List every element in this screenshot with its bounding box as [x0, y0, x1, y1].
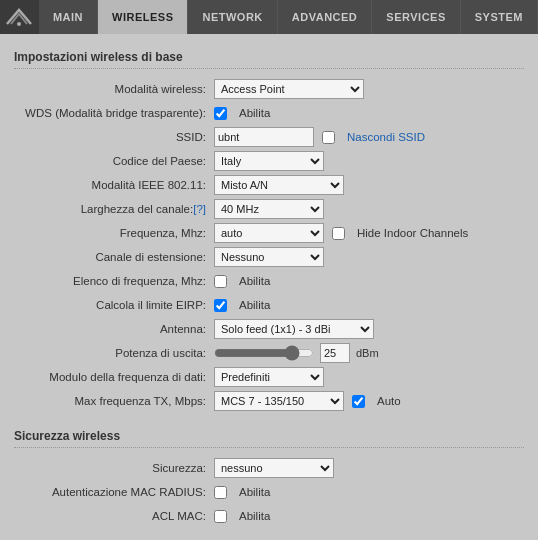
paese-field: Italy United States — [214, 149, 524, 173]
ieee-field: Misto A/N A only N only — [214, 173, 524, 197]
antenna-row: Antenna: Solo feed (1x1) - 3 dBi — [14, 317, 524, 341]
ieee-label: Modalità IEEE 802.11: — [14, 173, 214, 197]
potenza-field: dBm — [214, 341, 524, 365]
ssid-input[interactable] — [214, 127, 314, 147]
mac-radius-checkbox-group: Abilita — [214, 486, 524, 499]
sicurezza-select[interactable]: nessuno WPA WPA2 — [214, 458, 334, 478]
acl-checkbox-group: Abilita — [214, 510, 524, 523]
potenza-slider[interactable] — [214, 346, 314, 360]
canale-label: Canale di estensione: — [14, 245, 214, 269]
elenco-row: Elenco di frequenza, Mhz: Abilita — [14, 269, 524, 293]
calcola-field: Abilita — [214, 293, 524, 317]
wireless-basic-title: Impostazioni wireless di base — [14, 44, 524, 69]
calcola-checkbox[interactable] — [214, 299, 227, 312]
hide-indoor-checkbox[interactable] — [332, 227, 345, 240]
elenco-label: Elenco di frequenza, Mhz: — [14, 269, 214, 293]
potenza-label: Potenza di uscita: — [14, 341, 214, 365]
wds-checkbox-group: Abilita — [214, 107, 524, 120]
elenco-abilita-label: Abilita — [239, 275, 270, 287]
max-freq-group: MCS 7 - 135/150 Auto — [214, 391, 524, 411]
larghezza-field: 40 MHz 20 MHz — [214, 197, 524, 221]
auto-group: Auto — [352, 395, 401, 408]
nascondi-group: Nascondi SSID — [322, 131, 425, 144]
ieee-select[interactable]: Misto A/N A only N only — [214, 175, 344, 195]
antenna-field: Solo feed (1x1) - 3 dBi — [214, 317, 524, 341]
auto-checkbox[interactable] — [352, 395, 365, 408]
calcola-row: Calcola il limite EIRP: Abilita — [14, 293, 524, 317]
wireless-security-section: Sicurezza wireless Sicurezza: nessuno WP… — [14, 423, 524, 528]
modulo-label: Modulo della frequenza di dati: — [14, 365, 214, 389]
canale-select[interactable]: Nessuno — [214, 247, 324, 267]
wireless-security-table: Sicurezza: nessuno WPA WPA2 Autenticazio… — [14, 456, 524, 528]
mac-radius-row: Autenticazione MAC RADIUS: Abilita — [14, 480, 524, 504]
nascondi-checkbox[interactable] — [322, 131, 335, 144]
hide-indoor-label: Hide Indoor Channels — [357, 227, 468, 239]
ssid-label: SSID: — [14, 125, 214, 149]
modalita-select[interactable]: Access Point Station Access Point WDS — [214, 79, 364, 99]
elenco-field: Abilita — [214, 269, 524, 293]
wds-label: WDS (Modalità bridge trasparente): — [14, 101, 214, 125]
potenza-row: Potenza di uscita: dBm — [14, 341, 524, 365]
ssid-group: Nascondi SSID — [214, 127, 524, 147]
nascondi-label[interactable]: Nascondi SSID — [347, 131, 425, 143]
sicurezza-label: Sicurezza: — [14, 456, 214, 480]
mac-radius-checkbox[interactable] — [214, 486, 227, 499]
frequenza-label: Frequenza, Mhz: — [14, 221, 214, 245]
potenza-slider-group: dBm — [214, 343, 524, 363]
mac-radius-field: Abilita — [214, 480, 524, 504]
wds-checkbox[interactable] — [214, 107, 227, 120]
antenna-label: Antenna: — [14, 317, 214, 341]
frequenza-row: Frequenza, Mhz: auto Hide Indoor Channel… — [14, 221, 524, 245]
calcola-abilita-label: Abilita — [239, 299, 270, 311]
frequenza-field: auto Hide Indoor Channels — [214, 221, 524, 245]
max-freq-field: MCS 7 - 135/150 Auto — [214, 389, 524, 413]
tab-services[interactable]: SERVICES — [372, 0, 460, 34]
ieee-row: Modalità IEEE 802.11: Misto A/N A only N… — [14, 173, 524, 197]
potenza-unit: dBm — [356, 347, 379, 359]
wds-row: WDS (Modalità bridge trasparente): Abili… — [14, 101, 524, 125]
logo — [0, 0, 39, 34]
acl-checkbox[interactable] — [214, 510, 227, 523]
sicurezza-row: Sicurezza: nessuno WPA WPA2 — [14, 456, 524, 480]
larghezza-select[interactable]: 40 MHz 20 MHz — [214, 199, 324, 219]
larghezza-row: Larghezza del canale:[?] 40 MHz 20 MHz — [14, 197, 524, 221]
canale-row: Canale di estensione: Nessuno — [14, 245, 524, 269]
frequenza-select[interactable]: auto — [214, 223, 324, 243]
acl-label: ACL MAC: — [14, 504, 214, 528]
paese-select[interactable]: Italy United States — [214, 151, 324, 171]
max-freq-row: Max frequenza TX, Mbps: MCS 7 - 135/150 … — [14, 389, 524, 413]
potenza-input[interactable] — [320, 343, 350, 363]
wds-field: Abilita — [214, 101, 524, 125]
frequenza-group: auto Hide Indoor Channels — [214, 223, 524, 243]
canale-field: Nessuno — [214, 245, 524, 269]
tab-advanced[interactable]: ADVANCED — [278, 0, 373, 34]
max-freq-label: Max frequenza TX, Mbps: — [14, 389, 214, 413]
tab-wireless[interactable]: WIRELESS — [98, 0, 188, 34]
larghezza-label: Larghezza del canale:[?] — [14, 197, 214, 221]
modulo-select[interactable]: Predefiniti — [214, 367, 324, 387]
calcola-checkbox-group: Abilita — [214, 299, 524, 312]
mac-radius-label: Autenticazione MAC RADIUS: — [14, 480, 214, 504]
elenco-checkbox[interactable] — [214, 275, 227, 288]
tab-main[interactable]: MAIN — [39, 0, 98, 34]
hide-indoor-group: Hide Indoor Channels — [332, 227, 468, 240]
paese-row: Codice del Paese: Italy United States — [14, 149, 524, 173]
wireless-basic-table: Modalità wireless: Access Point Station … — [14, 77, 524, 413]
tab-network[interactable]: NETWORK — [188, 0, 277, 34]
max-freq-select[interactable]: MCS 7 - 135/150 — [214, 391, 344, 411]
tab-system[interactable]: SYSTEM — [461, 0, 538, 34]
wireless-basic-section: Impostazioni wireless di base Modalità w… — [14, 44, 524, 413]
sicurezza-field: nessuno WPA WPA2 — [214, 456, 524, 480]
modalita-label: Modalità wireless: — [14, 77, 214, 101]
calcola-label: Calcola il limite EIRP: — [14, 293, 214, 317]
modulo-field: Predefiniti — [214, 365, 524, 389]
wireless-security-title: Sicurezza wireless — [14, 423, 524, 448]
larghezza-help-link[interactable]: [?] — [193, 203, 206, 215]
antenna-select[interactable]: Solo feed (1x1) - 3 dBi — [214, 319, 374, 339]
modulo-row: Modulo della frequenza di dati: Predefin… — [14, 365, 524, 389]
mac-radius-abilita-label: Abilita — [239, 486, 270, 498]
acl-abilita-label: Abilita — [239, 510, 270, 522]
ssid-row: SSID: Nascondi SSID — [14, 125, 524, 149]
acl-field: Abilita — [214, 504, 524, 528]
modalita-row: Modalità wireless: Access Point Station … — [14, 77, 524, 101]
